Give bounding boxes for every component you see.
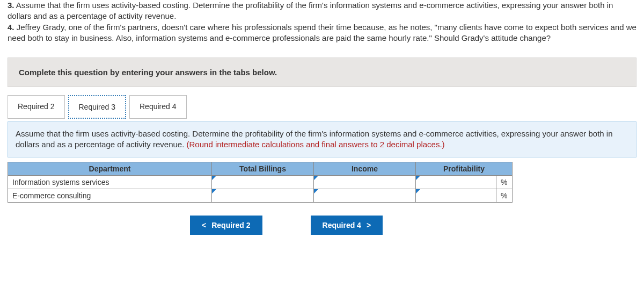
dept-cell: Information systems services [8, 175, 212, 189]
instruction-bar: Complete this question by entering your … [8, 58, 636, 87]
income-input[interactable] [314, 189, 416, 202]
header-billings: Total Billings [212, 162, 314, 175]
question-block: 3. Assume that the firm uses activity-ba… [8, 0, 636, 44]
dept-cell: E-commerce consulting [8, 189, 212, 202]
panel-hint: (Round intermediate calculations and fin… [187, 140, 445, 149]
q4-text: Jeffrey Grady, one of the firm's partner… [8, 23, 636, 42]
billings-input[interactable] [212, 175, 314, 189]
instruction-text: Complete this question by entering your … [19, 68, 277, 77]
q3-text: Assume that the firm uses activity-based… [8, 1, 613, 20]
next-button[interactable]: Required 4 > [311, 216, 383, 235]
prev-label: Required 2 [211, 221, 250, 229]
next-label: Required 4 [323, 221, 361, 229]
chevron-left-icon: < [202, 221, 206, 229]
profitability-input[interactable] [416, 175, 496, 189]
unit-cell: % [496, 175, 513, 189]
chevron-right-icon: > [367, 221, 371, 229]
tabs: Required 2 Required 3 Required 4 [8, 95, 636, 119]
q4-number: 4. [8, 23, 14, 32]
tab-required-3[interactable]: Required 3 [68, 95, 127, 119]
header-department: Department [8, 162, 212, 175]
profitability-input[interactable] [416, 189, 496, 202]
header-profitability: Profitability [416, 162, 513, 175]
nav-buttons: < Required 2 Required 4 > [190, 216, 636, 235]
unit-cell: % [496, 189, 513, 202]
income-input[interactable] [314, 175, 416, 189]
prev-button[interactable]: < Required 2 [190, 216, 262, 235]
header-income: Income [314, 162, 416, 175]
table-row: Information systems services % [8, 175, 513, 189]
answer-table: Department Total Billings Income Profita… [8, 162, 513, 203]
tab-panel-required-3: Assume that the firm uses activity-based… [8, 121, 636, 157]
billings-input[interactable] [212, 189, 314, 202]
tab-required-2[interactable]: Required 2 [8, 95, 65, 119]
q3-number: 3. [8, 1, 14, 10]
table-row: E-commerce consulting % [8, 189, 513, 202]
tab-required-4[interactable]: Required 4 [129, 95, 187, 119]
